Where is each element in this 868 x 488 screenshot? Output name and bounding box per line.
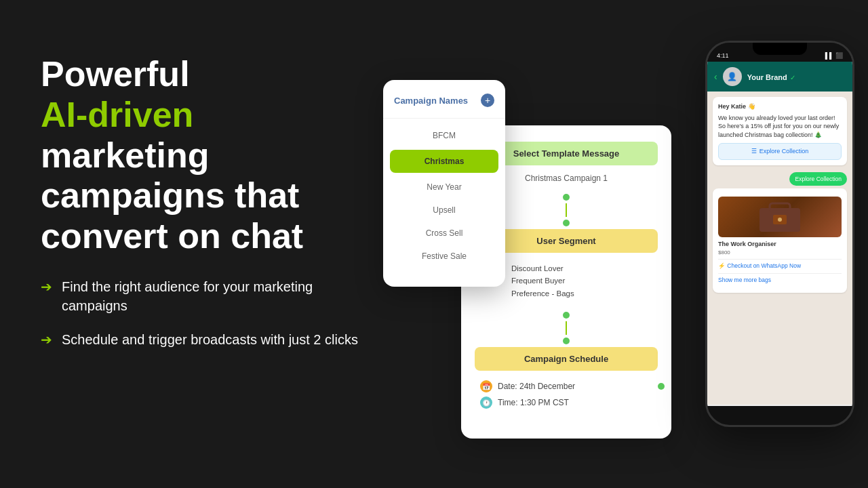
bag-image-svg <box>753 198 807 235</box>
headline-line4: campaigns that <box>41 176 299 215</box>
flow-dot-2b <box>563 338 570 344</box>
headline-line3: marketing <box>41 136 210 175</box>
arrow-icon-2: ➔ <box>41 331 52 348</box>
flow-connector-2b <box>475 338 658 344</box>
schedule-content: 📅 Date: 24th December 🕐 Time: 1:30 PM CS… <box>475 371 658 422</box>
bullet-points: ➔ Find the right audience for your marke… <box>41 277 366 349</box>
flow-dot-2 <box>563 312 570 319</box>
explore-sent-label: Explore Collection <box>789 172 847 186</box>
chat-greeting: Hey Katie 👋 <box>718 102 842 111</box>
flow-line-1 <box>566 203 567 217</box>
segment-line-1: Discount Lover <box>511 264 564 272</box>
chat-avatar: 👤 <box>723 67 742 86</box>
chat-bubble-greeting: Hey Katie 👋 We know you already loved yo… <box>713 97 847 165</box>
campaign-item-bfcm[interactable]: BFCM <box>383 124 505 147</box>
menu-icon: ☰ <box>751 147 757 156</box>
add-campaign-button[interactable]: + <box>481 94 494 107</box>
flow-connector-2 <box>475 312 658 319</box>
show-more-label: Show me more bags <box>718 277 771 283</box>
checkout-button[interactable]: ⚡ Checkout on WhatsApp Now <box>718 259 842 273</box>
svg-point-3 <box>778 218 782 222</box>
explore-collection-button[interactable]: ☰ Explore Collection <box>718 143 842 160</box>
checkout-label: ⚡ Checkout on WhatsApp Now <box>718 262 801 270</box>
bullet-item-2: ➔ Schedule and trigger broadcasts with j… <box>41 330 366 349</box>
product-card-bubble: The Work Organiser $800 ⚡ Checkout on Wh… <box>713 188 847 293</box>
campaign-card-title: Campaign Names <box>394 96 468 106</box>
phone-screen: ‹ 👤 Your Brand ✓ Hey Katie 👋 We know you… <box>707 62 852 406</box>
schedule-time-label: Time: 1:30 PM CST <box>498 398 569 407</box>
segment-line-2: Frequent Buyer <box>511 277 565 285</box>
show-more-button[interactable]: Show me more bags <box>718 273 842 287</box>
clock-icon: 🕐 <box>480 396 492 409</box>
chat-brand-info: Your Brand ✓ <box>747 70 796 83</box>
chat-body: Hey Katie 👋 We know you already loved yo… <box>707 92 852 405</box>
chat-brand-name: Your Brand <box>747 73 787 81</box>
segment-line-3: Preference - Bags <box>511 289 574 298</box>
phone-time: 4:11 <box>717 52 729 59</box>
phone-mockup: 4:11 ▌▌ ⬛ ‹ 👤 Your Brand ✓ Hey Katie 👋 W… <box>705 41 854 427</box>
flow-line-2 <box>566 321 567 335</box>
schedule-date-label: Date: 24th December <box>498 382 575 391</box>
sent-message-container: Explore Collection <box>713 169 847 188</box>
flow-dot-1 <box>563 194 570 201</box>
chat-message-body: We know you already loved your last orde… <box>718 114 842 140</box>
chat-header: ‹ 👤 Your Brand ✓ <box>707 62 852 92</box>
product-price: $800 <box>718 249 842 256</box>
campaign-item-new-year[interactable]: New Year <box>383 176 505 199</box>
campaign-list: BFCM Christmas New Year Upsell Cross Sel… <box>383 119 505 273</box>
chat-verified-icon: ✓ <box>790 74 795 81</box>
campaign-item-cross-sell[interactable]: Cross Sell <box>383 222 505 245</box>
explore-btn-label: Explore Collection <box>760 147 809 156</box>
campaign-item-upsell[interactable]: Upsell <box>383 199 505 222</box>
schedule-date-item: 📅 Date: 24th December <box>480 380 652 392</box>
calendar-icon: 📅 <box>480 380 492 392</box>
product-image <box>718 197 842 237</box>
schedule-time-item: 🕐 Time: 1:30 PM CST <box>480 396 652 409</box>
bullet-text-2: Schedule and trigger broadcasts with jus… <box>62 330 358 349</box>
flow-dot-1b <box>563 220 570 226</box>
campaign-item-christmas[interactable]: Christmas <box>390 150 498 173</box>
phone-signal: ▌▌ ⬛ <box>825 52 843 59</box>
segment-text: Discount Lover Frequent Buyer Preference… <box>511 262 574 300</box>
left-section: Powerful AI-driven marketing campaigns t… <box>41 54 366 364</box>
headline-line5: convert on chat <box>41 216 303 256</box>
bullet-text-1: Find the right audience for your marketi… <box>62 277 366 315</box>
campaign-schedule-header: Campaign Schedule <box>475 347 658 371</box>
phone-notch: 4:11 ▌▌ ⬛ <box>707 43 852 62</box>
headline: Powerful AI-driven marketing campaigns t… <box>41 54 366 257</box>
campaign-names-card: Campaign Names + BFCM Christmas New Year… <box>383 80 505 287</box>
phone-status-bar: 4:11 ▌▌ ⬛ <box>707 49 852 62</box>
bullet-item-1: ➔ Find the right audience for your marke… <box>41 277 366 315</box>
chat-back-button[interactable]: ‹ <box>714 71 717 82</box>
headline-ai-driven: AI-driven <box>41 95 193 134</box>
campaign-item-festive-sale[interactable]: Festive Sale <box>383 245 505 268</box>
bottom-green-dot <box>658 383 665 390</box>
headline-line1: Powerful <box>41 54 190 94</box>
campaign-card-header: Campaign Names + <box>383 94 505 119</box>
arrow-icon-1: ➔ <box>41 279 52 295</box>
product-name: The Work Organiser <box>718 240 842 249</box>
